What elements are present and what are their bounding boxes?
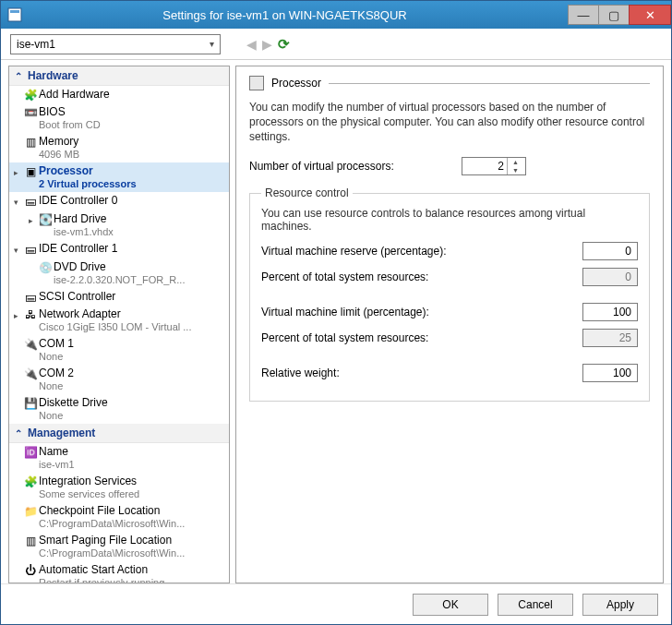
- section-management[interactable]: ⌃ Management: [9, 424, 229, 443]
- expand-icon[interactable]: ▸: [9, 307, 22, 322]
- limit-total-label: Percent of total system resources:: [261, 331, 582, 344]
- hard-drive-icon: 💽: [37, 212, 54, 226]
- name-icon: 🆔: [22, 445, 39, 459]
- ok-button[interactable]: OK: [413, 594, 488, 616]
- vm-selector[interactable]: ise-vm1 ▾: [10, 34, 221, 54]
- dialog-body: ⌃ Hardware 🧩 Add Hardware 📼 BIOS Boot fr…: [1, 60, 671, 583]
- divider: [329, 83, 650, 84]
- expand-icon[interactable]: ▸: [24, 212, 37, 227]
- titlebar: Settings for ise-vm1 on WIN-NGAETKS8QUR …: [1, 1, 671, 29]
- tree-item-memory[interactable]: ▥ Memory 4096 MB: [9, 133, 229, 162]
- tree-item-hard-drive[interactable]: ▸💽 Hard Drive ise-vm1.vhdx: [9, 210, 229, 240]
- nav-back-button[interactable]: ◀: [246, 37, 257, 52]
- controller-icon: 🖴: [22, 242, 39, 256]
- spin-down-icon[interactable]: ▼: [508, 166, 523, 174]
- processor-icon: [249, 76, 264, 90]
- weight-label: Relative weight:: [261, 367, 582, 379]
- vproc-value[interactable]: [462, 159, 507, 174]
- integration-icon: 🧩: [22, 475, 39, 488]
- collapse-icon[interactable]: ▾: [9, 194, 22, 209]
- com-port-icon: 🔌: [22, 337, 39, 351]
- tree-item-bios[interactable]: 📼 BIOS Boot from CD: [9, 103, 229, 133]
- svg-rect-1: [10, 10, 19, 13]
- tree-item-processor[interactable]: ▸▣ Processor 2 Virtual processors: [9, 162, 229, 192]
- autostart-icon: ⏻: [22, 563, 39, 577]
- maximize-button[interactable]: ▢: [598, 5, 630, 25]
- controller-icon: 🖴: [22, 194, 39, 208]
- reserve-label: Virtual machine reserve (percentage):: [261, 245, 582, 258]
- expand-icon[interactable]: ▸: [9, 164, 22, 179]
- settings-window: Settings for ise-vm1 on WIN-NGAETKS8QUR …: [0, 0, 672, 625]
- add-hardware-icon: 🧩: [22, 88, 39, 102]
- chevron-up-icon: ⌃: [15, 71, 22, 81]
- settings-tree[interactable]: ⌃ Hardware 🧩 Add Hardware 📼 BIOS Boot fr…: [8, 66, 230, 583]
- processor-icon: ▣: [22, 164, 39, 178]
- limit-input[interactable]: [582, 303, 638, 321]
- processor-panel: Processor You can modify the number of v…: [235, 66, 664, 583]
- nav-forward-button[interactable]: ▶: [262, 37, 272, 52]
- chevron-down-icon: ▾: [210, 39, 214, 49]
- tree-item-add-hardware[interactable]: 🧩 Add Hardware: [9, 86, 229, 103]
- dvd-icon: 💿: [37, 260, 54, 274]
- tree-item-dvd-drive[interactable]: 💿 DVD Drive ise-2.2.0.320.NOT_FOR_R...: [9, 258, 229, 288]
- tree-item-ide0[interactable]: ▾🖴 IDE Controller 0: [9, 192, 229, 210]
- cancel-button[interactable]: Cancel: [498, 594, 573, 616]
- resource-control-group: Resource control You can use resource co…: [249, 186, 650, 402]
- com-port-icon: 🔌: [22, 367, 39, 380]
- tree-item-com1[interactable]: 🔌 COM 1 None: [9, 335, 229, 365]
- rc-description: You can use resource controls to balance…: [261, 207, 638, 233]
- dialog-footer: OK Cancel Apply: [1, 583, 671, 624]
- panel-description: You can modify the number of virtual pro…: [249, 100, 650, 144]
- close-button[interactable]: ✕: [629, 5, 671, 25]
- section-hardware[interactable]: ⌃ Hardware: [9, 66, 229, 86]
- memory-icon: ▥: [22, 135, 39, 149]
- panel-heading: Processor: [271, 77, 321, 90]
- diskette-icon: 💾: [22, 396, 39, 410]
- scsi-icon: 🖴: [22, 290, 39, 304]
- settings-icon: [1, 7, 29, 22]
- refresh-button[interactable]: ⟳: [278, 36, 290, 53]
- paging-icon: ▥: [22, 534, 39, 547]
- bios-icon: 📼: [22, 105, 39, 119]
- collapse-icon[interactable]: ▾: [9, 242, 22, 257]
- spin-up-icon[interactable]: ▲: [508, 158, 523, 166]
- weight-input[interactable]: [582, 364, 638, 382]
- reserve-total-label: Percent of total system resources:: [261, 270, 582, 283]
- reserve-total-output: [582, 268, 638, 286]
- vm-selector-value: ise-vm1: [17, 38, 55, 51]
- folder-icon: 📁: [22, 504, 39, 518]
- toolbar: ise-vm1 ▾ ◀ ▶ ⟳: [1, 29, 671, 60]
- limit-label: Virtual machine limit (percentage):: [261, 306, 582, 319]
- tree-item-smart-paging[interactable]: ▥ Smart Paging File Location C:\ProgramD…: [9, 532, 229, 561]
- tree-item-checkpoint-location[interactable]: 📁 Checkpoint File Location C:\ProgramDat…: [9, 502, 229, 532]
- tree-item-integration-services[interactable]: 🧩 Integration Services Some services off…: [9, 473, 229, 502]
- window-controls: — ▢ ✕: [569, 5, 671, 25]
- reserve-input[interactable]: [582, 242, 638, 260]
- tree-item-automatic-start[interactable]: ⏻ Automatic Start Action Restart if prev…: [9, 561, 229, 583]
- vproc-label: Number of virtual processors:: [249, 160, 462, 173]
- network-icon: 🖧: [22, 307, 39, 321]
- tree-item-network-adapter[interactable]: ▸🖧 Network Adapter Cisco 1GigE I350 LOM …: [9, 306, 229, 335]
- vproc-input[interactable]: ▲ ▼: [462, 157, 526, 175]
- tree-item-diskette[interactable]: 💾 Diskette Drive None: [9, 394, 229, 424]
- tree-item-scsi[interactable]: 🖴 SCSI Controller: [9, 288, 229, 306]
- limit-total-output: [582, 329, 638, 347]
- rc-legend: Resource control: [261, 186, 353, 199]
- chevron-up-icon: ⌃: [15, 428, 22, 439]
- tree-item-name[interactable]: 🆔 Name ise-vm1: [9, 443, 229, 473]
- window-title: Settings for ise-vm1 on WIN-NGAETKS8QUR: [29, 8, 569, 22]
- apply-button[interactable]: Apply: [582, 594, 658, 616]
- minimize-button[interactable]: —: [568, 5, 599, 25]
- tree-item-com2[interactable]: 🔌 COM 2 None: [9, 365, 229, 394]
- tree-item-ide1[interactable]: ▾🖴 IDE Controller 1: [9, 240, 229, 258]
